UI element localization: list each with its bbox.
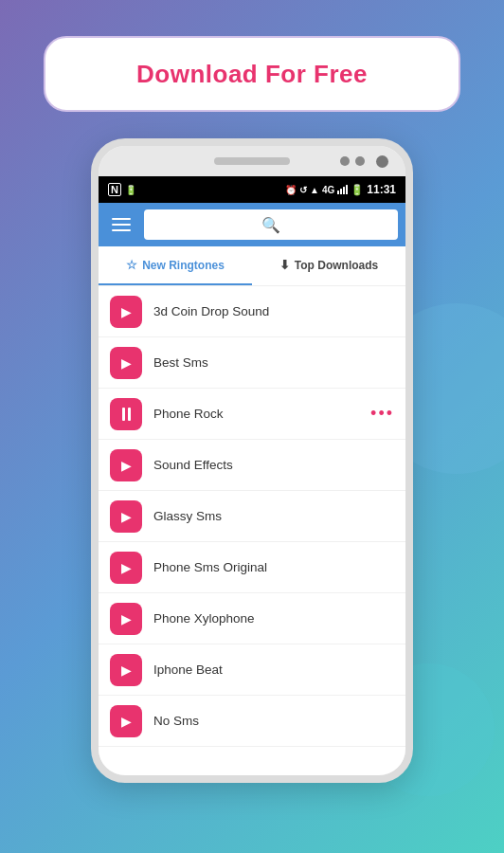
battery-icon: 🔋 — [125, 185, 136, 195]
play-icon: ▶ — [121, 355, 132, 371]
play-icon: ▶ — [121, 611, 132, 626]
status-time: 11:31 — [367, 183, 396, 196]
play-icon: ▶ — [121, 458, 132, 473]
status-left-icons: N 🔋 — [108, 183, 136, 196]
pause-bar-1 — [122, 408, 125, 421]
play-icon: ▶ — [121, 560, 132, 575]
tab-new-ringtones[interactable]: ☆ New Ringtones — [99, 246, 252, 285]
ringtone-title: Best Sms — [153, 355, 208, 370]
play-button[interactable]: ▶ — [110, 654, 142, 686]
signal-bar-3 — [343, 187, 345, 194]
play-button[interactable]: ▶ — [110, 347, 142, 379]
pause-button[interactable] — [110, 398, 142, 430]
list-item: Phone Rock••• — [99, 389, 405, 440]
play-icon: ▶ — [121, 304, 132, 319]
ringtone-list: ▶3d Coin Drop Sound▶Best SmsPhone Rock••… — [99, 286, 405, 775]
tab-new-ringtones-label: New Ringtones — [142, 259, 225, 272]
tab-top-downloads[interactable]: ⬇ Top Downloads — [252, 246, 405, 285]
pause-icon — [122, 408, 131, 421]
signal-bars — [337, 185, 348, 194]
battery-status-icon: 🔋 — [351, 184, 364, 196]
download-banner[interactable]: Download For Free — [44, 36, 460, 112]
hamburger-line-2 — [112, 224, 131, 226]
new-ringtones-icon: ☆ — [126, 258, 137, 272]
search-input-wrapper[interactable]: 🔍 — [144, 209, 398, 240]
signal-bar-4 — [346, 185, 348, 194]
list-item: ▶3d Coin Drop Sound — [99, 286, 405, 337]
play-icon: ▶ — [121, 509, 132, 524]
play-button[interactable]: ▶ — [110, 603, 142, 635]
ringtone-title: 3d Coin Drop Sound — [153, 304, 269, 318]
notification-icon: N — [108, 183, 121, 196]
top-downloads-icon: ⬇ — [279, 258, 290, 272]
phone-top-bar — [99, 146, 405, 176]
signal-bar-1 — [337, 191, 339, 194]
alarm-icon: ⏰ — [285, 185, 297, 195]
hamburger-line-1 — [112, 218, 131, 220]
list-item: ▶No Sms — [99, 696, 405, 747]
phone-cameras — [340, 156, 365, 166]
play-button[interactable]: ▶ — [110, 296, 142, 328]
search-icon: 🔍 — [261, 216, 280, 234]
phone-front-camera — [376, 155, 388, 168]
play-button[interactable]: ▶ — [110, 500, 142, 533]
ringtone-title: Phone Xylophone — [153, 611, 255, 626]
list-item: ▶Sound Effects — [99, 440, 405, 491]
more-options-button[interactable]: ••• — [370, 404, 394, 424]
wifi-icon: ▲ — [310, 185, 319, 195]
banner-text: Download For Free — [136, 60, 368, 89]
ringtone-title: Iphone Beat — [153, 662, 223, 677]
ringtone-title: No Sms — [153, 714, 199, 728]
pause-bar-2 — [128, 408, 131, 421]
phone-dot-2 — [355, 156, 365, 166]
phone-mockup: N 🔋 ⏰ ↺ ▲ 4G 🔋 11:31 🔍 — [91, 138, 413, 783]
list-item: ▶Phone Xylophone — [99, 593, 405, 644]
ringtone-title: Sound Effects — [153, 458, 233, 472]
hamburger-button[interactable] — [106, 209, 136, 240]
tab-top-downloads-label: Top Downloads — [295, 259, 378, 272]
play-icon: ▶ — [121, 714, 132, 729]
phone-dot-1 — [340, 156, 350, 166]
play-button[interactable]: ▶ — [110, 552, 142, 584]
tabs-bar: ☆ New Ringtones ⬇ Top Downloads — [99, 246, 405, 286]
search-bar: 🔍 — [99, 203, 405, 246]
list-item: ▶Best Sms — [99, 337, 405, 389]
ringtone-title: Glassy Sms — [153, 509, 222, 523]
play-button[interactable]: ▶ — [110, 449, 142, 481]
play-icon: ▶ — [121, 662, 132, 678]
list-item: ▶Phone Sms Original — [99, 542, 405, 593]
status-right-area: ⏰ ↺ ▲ 4G 🔋 11:31 — [285, 183, 396, 196]
list-item: ▶Iphone Beat — [99, 644, 405, 696]
phone-speaker — [214, 157, 290, 165]
hamburger-line-3 — [112, 229, 131, 231]
network-4g-label: 4G — [322, 185, 334, 195]
sync-icon: ↺ — [299, 185, 307, 195]
signal-bar-2 — [340, 189, 342, 194]
status-bar: N 🔋 ⏰ ↺ ▲ 4G 🔋 11:31 — [99, 176, 405, 203]
ringtone-title: Phone Rock — [153, 407, 224, 421]
ringtone-title: Phone Sms Original — [153, 560, 267, 574]
list-item: ▶Glassy Sms — [99, 491, 405, 542]
play-button[interactable]: ▶ — [110, 705, 142, 737]
